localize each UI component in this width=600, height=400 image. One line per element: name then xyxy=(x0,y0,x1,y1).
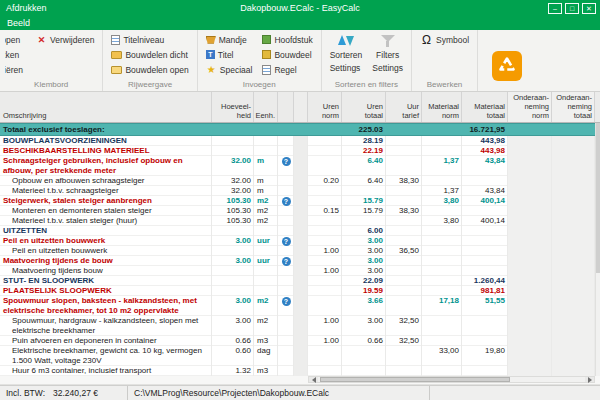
cell-hlp[interactable]: ? xyxy=(278,256,294,266)
cell-un[interactable]: 1.00 xyxy=(308,316,342,336)
cell-un[interactable] xyxy=(308,136,342,146)
cell-on[interactable] xyxy=(508,366,552,376)
cell-qty[interactable] xyxy=(212,226,254,236)
cell-qty[interactable] xyxy=(212,246,254,256)
cell-un[interactable] xyxy=(308,226,342,236)
cell-sp[interactable] xyxy=(294,156,308,176)
cell-sp[interactable] xyxy=(294,316,308,336)
cell-on[interactable] xyxy=(508,336,552,346)
table-row[interactable]: Schraagsteiger gebruiken, inclusief opbo… xyxy=(0,156,600,176)
cell-ut[interactable]: 3.66 xyxy=(342,296,386,316)
cell-qty[interactable] xyxy=(212,286,254,296)
vertical-scrollbar-thumb[interactable] xyxy=(596,123,600,273)
cell-qty[interactable]: 3.00 xyxy=(212,256,254,266)
cell-mn[interactable] xyxy=(422,316,462,336)
cell-sp[interactable] xyxy=(294,336,308,346)
cell-qty[interactable] xyxy=(212,123,254,136)
ribbon-button-sorteren[interactable]: Sorteren xyxy=(327,32,366,60)
cell-oms[interactable]: Spouwmuur, hardgrauw - kalkzandsteen, sl… xyxy=(0,316,212,336)
cell-un[interactable] xyxy=(308,216,342,226)
cell-oms[interactable]: Materieel t.b.v. stalen steiger (huur) xyxy=(0,216,212,226)
cell-ot[interactable] xyxy=(552,226,595,236)
cell-mn[interactable] xyxy=(422,176,462,186)
cell-qty[interactable]: 32.00 xyxy=(212,186,254,196)
cell-sp[interactable] xyxy=(294,286,308,296)
cell-un[interactable]: 1.00 xyxy=(308,246,342,256)
table-row[interactable]: STUT- EN SLOOPWERK22.091.260,44 xyxy=(0,276,600,286)
cell-hlp[interactable] xyxy=(278,226,294,236)
cell-mn[interactable] xyxy=(422,266,462,276)
cell-tar[interactable] xyxy=(386,256,422,266)
cell-ut[interactable]: 22.19 xyxy=(342,146,386,156)
ribbon-button-settings[interactable]: Settings xyxy=(369,60,406,75)
cell-ot[interactable] xyxy=(552,336,595,346)
cell-un[interactable] xyxy=(308,196,342,206)
cell-hlp[interactable] xyxy=(278,146,294,156)
cell-un[interactable] xyxy=(308,156,342,176)
cell-mn[interactable] xyxy=(422,276,462,286)
close-button[interactable]: ✕ xyxy=(582,3,596,14)
cell-ot[interactable] xyxy=(552,146,595,156)
ribbon-button-bouwdelen-open[interactable]: Bouwdelen open xyxy=(108,62,191,77)
table-row[interactable]: Totaal exclusief toeslagen:225.0316.721,… xyxy=(0,123,600,136)
cell-oms[interactable]: Maatvoering tijdens de bouw xyxy=(0,256,212,266)
cell-on[interactable] xyxy=(508,246,552,256)
ribbon-button-filters[interactable]: Filters xyxy=(369,32,406,60)
cell-on[interactable] xyxy=(508,146,552,156)
cell-qty[interactable]: 105.30 xyxy=(212,196,254,206)
cell-mn[interactable]: 33,00 xyxy=(422,346,462,366)
table-row[interactable]: Peil en uitzetten bouwwerk1.003.0036,50 xyxy=(0,246,600,256)
cell-unit[interactable] xyxy=(254,276,278,286)
cell-un[interactable] xyxy=(308,186,342,196)
cell-un[interactable] xyxy=(308,146,342,156)
table-row[interactable]: Spouwmuur slopen, baksteen - kalkzandste… xyxy=(0,296,600,316)
table-row[interactable]: UITZETTEN6.00 xyxy=(0,226,600,236)
cell-mt[interactable] xyxy=(462,316,508,336)
cell-tar[interactable] xyxy=(386,296,422,316)
cell-qty[interactable] xyxy=(212,276,254,286)
scroll-left-button[interactable] xyxy=(309,377,318,382)
cell-tar[interactable] xyxy=(386,146,422,156)
cell-hlp[interactable] xyxy=(278,176,294,186)
cell-unit[interactable] xyxy=(254,136,278,146)
cell-un[interactable]: 0.15 xyxy=(308,206,342,216)
cell-mt[interactable]: 443,98 xyxy=(462,146,508,156)
cell-unit[interactable]: m2 xyxy=(254,216,278,226)
cell-ot[interactable] xyxy=(552,346,595,366)
cell-ut[interactable]: 3.00 xyxy=(342,266,386,276)
cell-oms[interactable]: Totaal exclusief toeslagen: xyxy=(0,123,212,136)
cell-on[interactable] xyxy=(508,186,552,196)
cell-oms[interactable]: Opbouw en afbouwen schraagsteiger xyxy=(0,176,212,186)
cell-on[interactable] xyxy=(508,196,552,206)
cell-qty[interactable]: 105.30 xyxy=(212,206,254,216)
cell-mt[interactable]: 51,55 xyxy=(462,296,508,316)
cell-hlp[interactable] xyxy=(278,246,294,256)
cell-ot[interactable] xyxy=(552,256,595,266)
titlebar-afdrukken[interactable]: Afdrukken xyxy=(0,3,47,13)
ribbon-button-plakken[interactable]: Plakken xyxy=(5,47,29,62)
cell-tar[interactable]: 36,50 xyxy=(386,246,422,256)
help-icon[interactable]: ? xyxy=(282,257,291,266)
cell-oms[interactable]: Monteren en demonteren stalen steiger xyxy=(0,206,212,216)
cell-ot[interactable] xyxy=(552,156,595,176)
cell-tar[interactable] xyxy=(386,136,422,146)
cell-on[interactable] xyxy=(508,216,552,226)
ribbon-button-knippen[interactable]: ✂Knippen xyxy=(5,32,29,47)
cell-tar[interactable] xyxy=(386,123,422,136)
cell-mt[interactable]: 981,81 xyxy=(462,286,508,296)
cell-un[interactable] xyxy=(308,346,342,366)
cell-ut[interactable] xyxy=(342,216,386,226)
cell-qty[interactable]: 3.00 xyxy=(212,316,254,336)
cell-oms[interactable]: STUT- EN SLOOPWERK xyxy=(0,276,212,286)
cell-ot[interactable] xyxy=(552,196,595,206)
cell-hlp[interactable] xyxy=(278,136,294,146)
table-row[interactable]: Spouwmuur, hardgrauw - kalkzandsteen, sl… xyxy=(0,316,600,336)
cell-hlp[interactable] xyxy=(278,186,294,196)
table-row[interactable]: BESCHIKBAARSTELLING MATERIEEL22.19443,98 xyxy=(0,146,600,156)
ribbon-button-settings[interactable]: Settings xyxy=(327,60,366,75)
cell-sp[interactable] xyxy=(294,246,308,256)
cell-unit[interactable]: m2 xyxy=(254,316,278,336)
scrollbar-thumb[interactable] xyxy=(320,377,510,382)
cell-un[interactable] xyxy=(308,256,342,266)
cell-qty[interactable]: 32.00 xyxy=(212,176,254,186)
